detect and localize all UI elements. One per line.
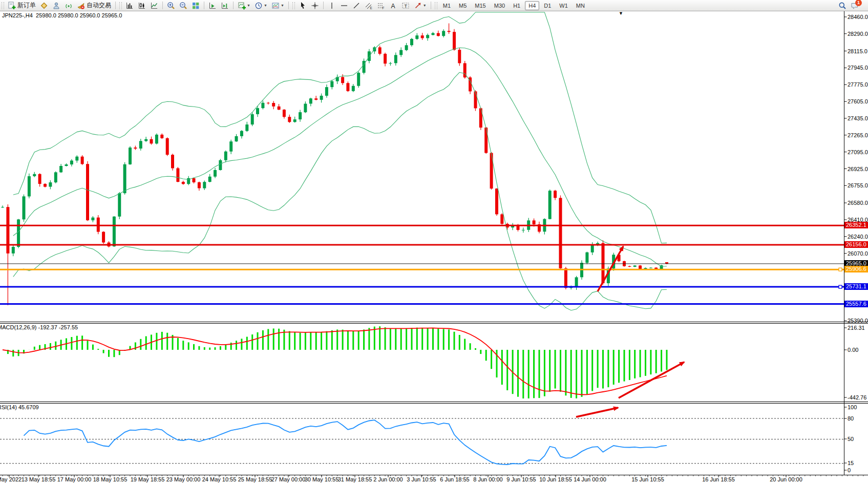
timeframe-d1[interactable]: D1 — [540, 1, 555, 10]
auto-scroll-button[interactable] — [207, 1, 218, 10]
rsi-axis-label: 50 — [848, 436, 854, 442]
crosshair-tool-button[interactable] — [309, 1, 321, 10]
time-axis-label: 14 Jun 00:00 — [574, 476, 606, 482]
price-level-chip: 25557.6 — [844, 301, 868, 307]
profile-button[interactable] — [51, 1, 62, 10]
new-order-button[interactable]: 新订单 — [6, 1, 37, 10]
ohlc-high: 25980.0 — [58, 12, 78, 18]
market-watch-icon — [40, 2, 48, 10]
timeframe-m5[interactable]: M5 — [455, 1, 470, 10]
comments-button[interactable]: 1 — [849, 1, 863, 10]
price-axis-tick-label: 26580.0 — [848, 200, 868, 206]
search-button[interactable] — [837, 1, 848, 10]
signal-button[interactable] — [63, 1, 74, 10]
price-level-chip: 25906.6 — [844, 266, 868, 272]
macd-indicator-label: MACD(12,26,9) -192.37 -257.55 — [0, 324, 78, 330]
text-label-tool[interactable]: T — [400, 1, 411, 10]
zoom-in-button[interactable] — [165, 1, 177, 10]
search-icon — [838, 2, 846, 10]
svg-text:F: F — [382, 6, 384, 9]
arrows-tool-icon — [414, 2, 422, 10]
arrows-tool[interactable]: ▼ — [412, 1, 428, 10]
timeframe-w1[interactable]: W1 — [556, 1, 571, 10]
fibonacci-icon: F — [377, 2, 385, 10]
price-axis-tick-label: 28115.0 — [848, 48, 867, 54]
cursor-tool-button[interactable] — [297, 1, 308, 10]
new-order-icon — [8, 2, 16, 10]
indicators-button[interactable]: ▼ — [236, 1, 252, 10]
templates-button[interactable]: ▼ — [270, 1, 286, 10]
toolbar-separator — [115, 2, 116, 9]
rsi-trend-arrow[interactable] — [576, 408, 618, 417]
price-axis-tick-label: 27775.0 — [848, 81, 868, 88]
auto-trading-button[interactable]: 自动交易 — [75, 1, 113, 10]
fibonacci-tool[interactable]: F — [375, 1, 387, 10]
time-axis-label: 10 Jun 18:55 — [539, 476, 572, 482]
time-axis-label: 19 May 18:55 — [131, 476, 165, 482]
clock-icon — [255, 2, 263, 10]
time-axis-label: 3 Jun 10:55 — [407, 476, 436, 482]
periods-button[interactable]: ▼ — [253, 1, 269, 10]
toolbar-grip — [2, 2, 4, 9]
chart-shift-icon — [221, 2, 229, 10]
price-level-chip: 26156.0 — [844, 241, 868, 248]
toolbar-separator — [323, 2, 324, 9]
symbol-header: JPN225-,H4 25980.0 25980.0 25960.0 25965… — [2, 12, 122, 18]
timeframe-m30[interactable]: M30 — [491, 1, 509, 10]
time-axis-label: 20 Jun 00:00 — [770, 476, 802, 482]
time-axis-label: 23 May 00:00 — [166, 476, 201, 482]
ohlc-close: 25965.0 — [102, 12, 122, 18]
chart-shift-marker-icon[interactable]: ▼ — [619, 11, 623, 16]
horizontal-line-tool[interactable] — [338, 1, 350, 10]
timeframe-m1[interactable]: M1 — [439, 1, 454, 10]
level-line-handle[interactable] — [839, 268, 842, 271]
tile-windows-icon — [192, 2, 200, 10]
notification-badge: 1 — [855, 0, 862, 6]
bar-chart-button[interactable] — [124, 1, 135, 10]
timeframe-h4[interactable]: H4 — [525, 1, 539, 10]
macd-axis-label: 0.00 — [848, 347, 858, 353]
add-indicator-icon — [238, 2, 246, 10]
bollinger-middle-band — [13, 48, 667, 266]
line-chart-button[interactable] — [149, 1, 160, 10]
rsi-axis-label: 80 — [848, 415, 854, 422]
chart-canvas[interactable] — [0, 0, 868, 484]
price-axis-tick-label: 26925.0 — [848, 166, 868, 172]
time-axis-label: 8 Jun 00:00 — [473, 476, 503, 482]
vertical-line-tool[interactable] — [326, 1, 337, 10]
price-axis-tick-label: 27945.0 — [848, 65, 868, 71]
equidistant-channel-tool[interactable]: E — [363, 1, 374, 10]
timeframe-group: M1M5M15M30H1H4D1W1MN — [439, 1, 589, 10]
candlestick-chart-button[interactable] — [136, 1, 147, 10]
main-toolbar: 新订单 自动交易 — [0, 0, 868, 11]
timeframe-m15[interactable]: M15 — [471, 1, 489, 10]
auto-trading-icon — [77, 2, 85, 10]
line-chart-icon — [150, 2, 158, 10]
market-watch-button[interactable] — [38, 1, 50, 10]
time-axis-label: 9 Jun 10:55 — [506, 476, 536, 482]
vertical-line-icon — [328, 2, 336, 10]
trendline-tool[interactable] — [351, 1, 362, 10]
tile-windows-button[interactable] — [190, 1, 201, 10]
bollinger-upper-band — [13, 12, 667, 243]
price-axis-tick-label: 26240.0 — [848, 234, 868, 240]
svg-text:T: T — [404, 3, 407, 8]
level-line-handle[interactable] — [839, 285, 842, 288]
time-axis-label: 27 May 00:00 — [271, 476, 306, 482]
bar-chart-icon — [125, 2, 134, 10]
time-axis-label: 31 May 18:55 — [338, 476, 372, 482]
price-axis-tick-label: 28460.0 — [848, 14, 868, 20]
text-label-icon: T — [401, 2, 410, 10]
text-tool[interactable]: A — [388, 1, 399, 10]
price-axis-tick-label: 27605.0 — [848, 98, 868, 104]
price-axis-tick-label: 25390.0 — [848, 318, 868, 324]
time-axis-label: 18 May 10:55 — [93, 476, 128, 482]
timeframe-h1[interactable]: H1 — [510, 1, 524, 10]
dropdown-caret: ▼ — [281, 4, 284, 7]
template-icon — [271, 2, 280, 10]
chart-shift-button[interactable] — [219, 1, 230, 10]
mt4-terminal: 新订单 自动交易 — [0, 0, 868, 484]
zoom-out-button[interactable] — [178, 1, 189, 10]
timeframe-mn[interactable]: MN — [573, 1, 588, 10]
time-axis-label: 6 Jun 18:55 — [440, 476, 470, 482]
